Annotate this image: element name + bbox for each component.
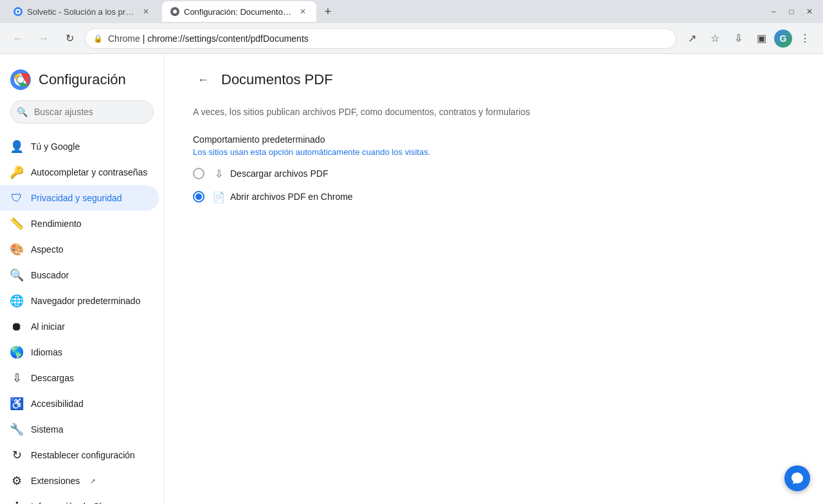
main-area: ← Documentos PDF A veces, los sitios pub… (165, 54, 617, 504)
shield-icon: 🛡 (10, 192, 23, 204)
share-icon[interactable]: ↗ (682, 28, 702, 49)
search-wrap: 🔍 (10, 100, 154, 123)
sidebar-label-privacidad: Privacidad y seguridad (31, 193, 122, 203)
svg-point-2 (17, 10, 19, 13)
sidebar-label-restablecer: Restablecer configuración (31, 450, 135, 460)
sidebar-item-navegador[interactable]: 🌐 Navegador predeterminado (0, 288, 159, 314)
address-input[interactable]: 🔒 Chrome | chrome://settings/content/pdf… (85, 28, 676, 49)
tab-favicon-settings (170, 6, 180, 17)
power-icon: ⏺ (10, 320, 23, 333)
radio-label-descargar: ⇩ Descargar archivos PDF (212, 167, 329, 180)
lock-icon: 🔒 (93, 34, 103, 43)
sidebar-item-accesibilidad[interactable]: ♿ Accesibilidad (0, 391, 159, 417)
sidebar-label-autocompletar: Autocompletar y contraseñas (31, 167, 147, 177)
window-controls: – □ ✕ (765, 3, 818, 20)
puzzle-icon: ⚙ (10, 474, 23, 487)
chrome-logo (10, 69, 31, 90)
sidebar: Configuración 🔍 👤 Tú y Google 🔑 Autocomp… (0, 54, 165, 504)
forward-nav-button[interactable]: → (33, 28, 54, 49)
open-pdf-icon: 📄 (212, 190, 225, 203)
sidebar-item-privacidad[interactable]: 🛡 Privacidad y seguridad (0, 185, 159, 211)
sidebar-item-idiomas[interactable]: 🌎 Idiomas (0, 339, 159, 365)
sidebar-label-extensiones: Extensiones (31, 476, 80, 486)
sidebar-header: Configuración (0, 64, 164, 100)
sidebar-item-autocompletar[interactable]: 🔑 Autocompletar y contraseñas (0, 159, 159, 185)
back-header: ← Documentos PDF (193, 69, 589, 90)
section-description: Los sitios usan esta opción automáticame… (193, 147, 589, 157)
sidebar-item-restablecer[interactable]: ↻ Restablecer configuración (0, 442, 159, 468)
person-icon: 👤 (10, 140, 23, 153)
profile-icon[interactable]: G (774, 30, 792, 48)
info-icon: ℹ (10, 500, 23, 504)
tab-solvetic[interactable]: Solvetic - Solución a los probler ✕ (5, 1, 159, 22)
sidebar-label-sistema: Sistema (31, 424, 64, 435)
tab-close-solvetic[interactable]: ✕ (140, 6, 152, 17)
sidebar-item-sistema[interactable]: 🔧 Sistema (0, 417, 159, 442)
chrome-label: Chrome (108, 33, 140, 44)
minimize-button[interactable]: – (765, 3, 782, 20)
address-bar: ← → ↻ 🔒 Chrome | chrome://settings/conte… (0, 23, 823, 54)
sidebar-label-iniciar: Al iniciar (31, 321, 65, 332)
radio-descargar[interactable] (193, 168, 204, 179)
accessibility-icon: ♿ (10, 397, 23, 410)
reload-button[interactable]: ↻ (59, 28, 80, 49)
reset-icon: ↻ (10, 449, 23, 462)
sidebar-item-iniciar[interactable]: ⏺ Al iniciar (0, 314, 159, 339)
page-content: Configuración 🔍 👤 Tú y Google 🔑 Autocomp… (0, 54, 823, 504)
sidebar-label-descargas: Descargas (31, 373, 74, 383)
download-nav-icon: ⇩ (10, 372, 23, 384)
url-text: chrome://settings/content/pdfDocuments (147, 33, 309, 44)
download-option-icon: ⇩ (212, 167, 225, 180)
sidebar-item-tu-google[interactable]: 👤 Tú y Google (0, 134, 159, 159)
tab-settings[interactable]: Configuración: Documentos PDF ✕ (162, 1, 316, 22)
key-icon: 🔑 (10, 166, 23, 179)
sidebar-item-rendimiento[interactable]: 📏 Rendimiento (0, 211, 159, 237)
radio-abrir[interactable] (193, 191, 204, 203)
wrench-icon: 🔧 (10, 423, 23, 436)
close-button[interactable]: ✕ (801, 3, 818, 20)
external-link-icon: ➚ (90, 477, 96, 485)
option-abrir[interactable]: 📄 Abrir archivos PDF en Chrome (193, 190, 589, 203)
section-title: Comportamiento predeterminado (193, 134, 589, 145)
tab-close-settings[interactable]: ✕ (297, 6, 309, 17)
extension-icon[interactable]: ▣ (751, 28, 772, 49)
sidebar-label-idiomas: Idiomas (31, 347, 62, 357)
new-tab-button[interactable]: + (319, 3, 337, 21)
brush-icon: 🎨 (10, 243, 23, 256)
chat-bubble[interactable] (784, 465, 810, 491)
svg-point-7 (17, 76, 24, 83)
sidebar-item-buscador[interactable]: 🔍 Buscador (0, 262, 159, 288)
sidebar-item-aspecto[interactable]: 🎨 Aspecto (0, 237, 159, 262)
search-input[interactable] (10, 100, 154, 123)
download-icon[interactable]: ⇩ (728, 28, 748, 49)
back-nav-button[interactable]: ← (8, 28, 28, 49)
search-icon: 🔍 (17, 107, 28, 117)
sidebar-item-descargas[interactable]: ⇩ Descargas (0, 365, 159, 391)
browser-icon: 🌐 (10, 294, 23, 307)
sidebar-label-navegador: Navegador predeterminado (31, 296, 140, 306)
tab-favicon-solvetic (13, 6, 23, 17)
page-title: Documentos PDF (221, 71, 333, 88)
option-descargar[interactable]: ⇩ Descargar archivos PDF (193, 167, 589, 180)
sidebar-item-extensiones[interactable]: ⚙ Extensiones ➚ (0, 468, 159, 494)
right-panel (617, 54, 823, 504)
sidebar-label-rendimiento: Rendimiento (31, 219, 82, 229)
globe-icon: 🌎 (10, 346, 23, 359)
title-bar: Solvetic - Solución a los probler ✕ Conf… (0, 0, 823, 23)
bookmark-icon[interactable]: ☆ (705, 28, 725, 49)
toolbar-icons: ↗ ☆ ⇩ ▣ G ⋮ (682, 28, 815, 49)
sidebar-label-aspecto: Aspecto (31, 244, 64, 255)
sidebar-title: Configuración (39, 71, 126, 88)
back-button[interactable]: ← (193, 69, 213, 90)
search-nav-icon: 🔍 (10, 269, 23, 282)
maximize-button[interactable]: □ (783, 3, 800, 20)
sidebar-item-info-chrome[interactable]: ℹ Información de Chrome (0, 494, 159, 504)
content-panel: ← Documentos PDF A veces, los sitios pub… (172, 54, 610, 219)
menu-icon[interactable]: ⋮ (795, 28, 815, 49)
sidebar-label-buscador: Buscador (31, 270, 69, 280)
page-description: A veces, los sitios publican archivos PD… (193, 105, 589, 119)
sidebar-label-tu-google: Tú y Google (31, 141, 80, 152)
gauge-icon: 📏 (10, 217, 23, 230)
tab-title-settings: Configuración: Documentos PDF (184, 7, 293, 17)
sidebar-label-info-chrome: Información de Chrome (31, 501, 125, 504)
